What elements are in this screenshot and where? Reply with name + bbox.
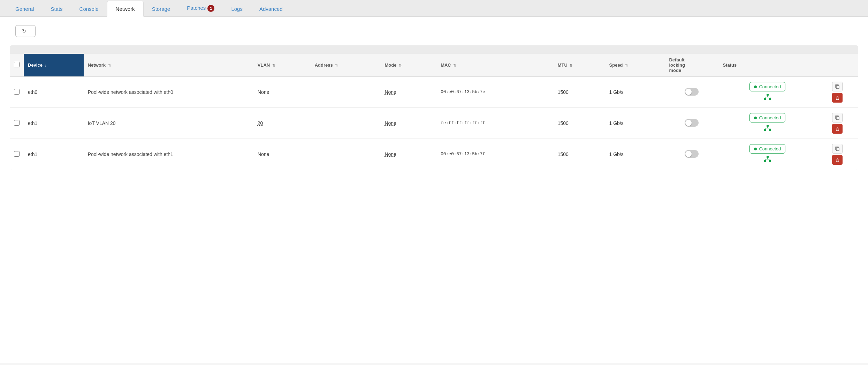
table-row: eth0Pool-wide network associated with et… [10, 77, 858, 108]
cell-vlan: 20 [253, 108, 311, 139]
tab-network[interactable]: Network [107, 1, 144, 17]
cell-mac: fe:ff:ff:ff:ff:ff [436, 108, 554, 139]
svg-rect-2 [769, 98, 771, 100]
col-address[interactable]: Address ⇅ [311, 54, 381, 77]
copy-button-1[interactable] [832, 113, 843, 122]
cell-status: Connected [718, 108, 816, 139]
cell-address [311, 77, 381, 108]
cell-locking[interactable] [665, 139, 718, 170]
cell-device: eth1 [24, 139, 84, 170]
status-badge-0: Connected [749, 82, 785, 91]
pifs-table: Device ↓ Network ⇅ VLAN ⇅ Address ⇅ [10, 54, 858, 170]
cell-vlan: None [253, 77, 311, 108]
tab-storage[interactable]: Storage [144, 1, 179, 17]
delete-button-1[interactable] [832, 124, 843, 134]
cell-mode: None [380, 77, 436, 108]
col-device-label: Device [28, 62, 43, 68]
cell-speed: 1 Gb/s [605, 77, 665, 108]
col-speed-sort-icon: ⇅ [625, 64, 628, 67]
col-vlan[interactable]: VLAN ⇅ [253, 54, 311, 77]
cell-vlan: None [253, 139, 311, 170]
col-network-sort-icon: ⇅ [108, 64, 111, 67]
topology-icon-0[interactable] [723, 94, 812, 102]
col-network[interactable]: Network ⇅ [84, 54, 253, 77]
tab-badge-patches: 1 [207, 5, 214, 12]
cell-status: Connected [718, 139, 816, 170]
col-vlan-sort-icon: ⇅ [272, 64, 275, 67]
tab-stats[interactable]: Stats [42, 1, 71, 17]
col-address-label: Address [315, 62, 333, 68]
cell-actions [816, 77, 858, 108]
copy-button-0[interactable] [832, 82, 843, 91]
action-cell-2 [821, 144, 854, 165]
tabs-bar: GeneralStatsConsoleNetworkStoragePatches… [0, 0, 868, 17]
copy-button-2[interactable] [832, 144, 843, 154]
items-count [10, 45, 858, 54]
cell-locking[interactable] [665, 108, 718, 139]
col-mtu[interactable]: MTU ⇅ [554, 54, 605, 77]
tab-patches[interactable]: Patches1 [178, 0, 223, 17]
col-mac-label: MAC [441, 62, 451, 68]
col-mode[interactable]: Mode ⇅ [380, 54, 436, 77]
svg-rect-21 [764, 160, 766, 162]
svg-rect-9 [837, 96, 838, 97]
table-container: Device ↓ Network ⇅ VLAN ⇅ Address ⇅ [10, 45, 858, 170]
pifs-header: ↻ [10, 25, 858, 37]
tab-general[interactable]: General [7, 1, 42, 17]
cell-actions [816, 108, 858, 139]
status-label-1: Connected [759, 115, 781, 120]
cell-locking[interactable] [665, 77, 718, 108]
status-badge-2: Connected [749, 144, 785, 154]
cell-mtu: 1500 [554, 108, 605, 139]
cell-mtu: 1500 [554, 139, 605, 170]
row-checkbox-2[interactable] [14, 151, 20, 157]
table-row: eth1IoT VLAN 2020Nonefe:ff:ff:ff:ff:ff15… [10, 108, 858, 139]
delete-button-0[interactable] [832, 93, 843, 103]
svg-rect-12 [769, 129, 771, 131]
col-address-sort-icon: ⇅ [335, 64, 338, 67]
topology-icon-2[interactable] [723, 156, 812, 164]
col-speed-label: Speed [609, 62, 623, 68]
col-mtu-sort-icon: ⇅ [570, 64, 572, 67]
cell-mode: None [380, 108, 436, 139]
tab-advanced[interactable]: Advanced [251, 1, 291, 17]
cell-mac: 00:e0:67:13:5b:7f [436, 139, 554, 170]
status-badge-1: Connected [749, 113, 785, 122]
locking-toggle-0[interactable] [685, 88, 699, 96]
col-device-sort-icon: ↓ [45, 64, 47, 67]
status-label-2: Connected [759, 146, 781, 151]
svg-rect-1 [764, 98, 766, 100]
tab-console[interactable]: Console [71, 1, 107, 17]
col-speed[interactable]: Speed ⇅ [605, 54, 665, 77]
select-all-checkbox[interactable] [14, 62, 20, 67]
cell-network: Pool-wide network associated with eth1 [84, 139, 253, 170]
col-device[interactable]: Device ↓ [24, 54, 84, 77]
action-cell-1 [821, 113, 854, 134]
tab-logs[interactable]: Logs [223, 1, 251, 17]
col-mac[interactable]: MAC ⇅ [436, 54, 554, 77]
cell-mtu: 1500 [554, 77, 605, 108]
topology-icon-1[interactable] [723, 125, 812, 133]
row-checkbox-0[interactable] [14, 89, 20, 95]
col-status: Status [718, 54, 816, 77]
col-actions [816, 54, 858, 77]
cell-mac: 00:e0:67:13:5b:7e [436, 77, 554, 108]
col-mtu-label: MTU [558, 62, 568, 68]
svg-rect-7 [836, 85, 839, 89]
cell-network: IoT VLAN 20 [84, 108, 253, 139]
locking-toggle-1[interactable] [685, 119, 699, 127]
cell-device: eth0 [24, 77, 84, 108]
row-checkbox-1[interactable] [14, 120, 20, 126]
refresh-button[interactable]: ↻ [15, 25, 36, 37]
svg-rect-27 [836, 148, 839, 151]
cell-mode: None [380, 139, 436, 170]
locking-toggle-2[interactable] [685, 150, 699, 158]
svg-rect-17 [836, 117, 839, 120]
cell-actions [816, 139, 858, 170]
col-network-label: Network [88, 62, 106, 68]
svg-rect-11 [764, 129, 766, 131]
delete-button-2[interactable] [832, 155, 843, 165]
refresh-icon: ↻ [22, 28, 26, 34]
status-dot-2 [754, 148, 757, 150]
col-mac-sort-icon: ⇅ [453, 64, 456, 67]
